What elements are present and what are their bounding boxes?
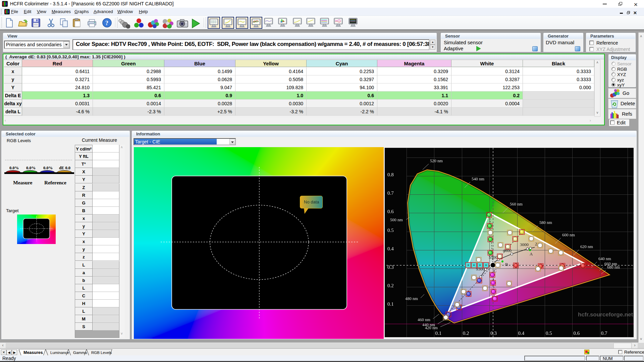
svg-text:Gamma: Gamma xyxy=(73,351,87,355)
svg-text:Measures: Measures xyxy=(23,350,43,355)
svg-text:Luminance: Luminance xyxy=(50,351,69,355)
svg-text:?: ? xyxy=(105,20,108,26)
svg-text:RGB Levels: RGB Levels xyxy=(91,351,112,355)
